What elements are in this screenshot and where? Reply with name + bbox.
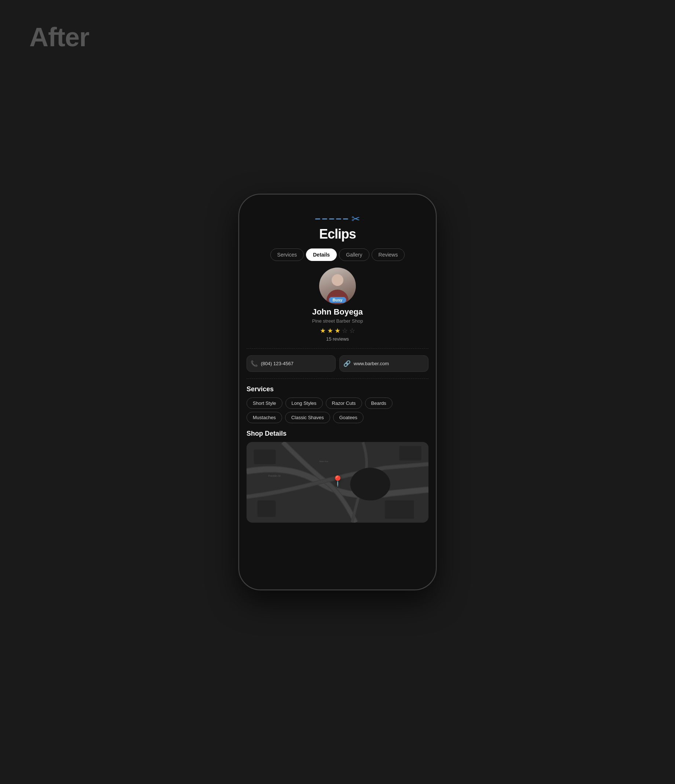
service-tag-mustaches[interactable]: Mustaches	[247, 412, 282, 423]
svg-point-5	[350, 468, 390, 500]
logo-dash-4	[336, 218, 341, 219]
svg-rect-3	[385, 501, 414, 519]
tab-services[interactable]: Services	[270, 249, 304, 261]
star-1: ★	[320, 327, 326, 335]
service-tag-razor-cuts[interactable]: Razor Cuts	[326, 398, 362, 409]
logo-dash-1	[315, 218, 320, 219]
phone-number: (804) 123-4567	[261, 361, 293, 366]
profile-name: John Boyega	[312, 307, 363, 317]
service-tag-classic-shaves[interactable]: Classic Shaves	[285, 412, 330, 423]
services-section: Services Short Style Long Styles Razor C…	[239, 386, 436, 430]
side-button-power	[436, 279, 436, 316]
tab-gallery[interactable]: Gallery	[339, 249, 369, 261]
phone-frame: ✂ Eclips Services Details Gallery Review…	[239, 194, 436, 590]
svg-rect-1	[254, 450, 276, 464]
map-container[interactable]: Franklin St Main Ave 📍	[247, 442, 428, 523]
logo-dashes: ✂	[315, 213, 360, 225]
service-tag-short-style[interactable]: Short Style	[247, 398, 282, 409]
service-tag-long-styles[interactable]: Long Styles	[286, 398, 323, 409]
services-title: Services	[247, 386, 428, 393]
website-button[interactable]: 🔗 www.barber.com	[339, 355, 428, 372]
logo-area: ✂ Eclips	[239, 205, 436, 249]
svg-rect-4	[399, 446, 422, 460]
logo-scissors-icon: ✂	[351, 213, 360, 225]
stars-row: ★ ★ ★ ☆ ☆	[320, 327, 355, 335]
logo-dash-3	[329, 218, 334, 219]
profile-shop: Pine street Barber Shop	[312, 318, 363, 324]
service-tags: Short Style Long Styles Razor Cuts Beard…	[247, 398, 428, 423]
phone-icon: 📞	[251, 360, 258, 367]
side-button-mute	[239, 253, 239, 268]
logo-dash-2	[322, 218, 327, 219]
divider-2	[247, 378, 428, 379]
svg-text:Main Ave: Main Ave	[319, 460, 328, 462]
service-tag-goatees[interactable]: Goatees	[333, 412, 363, 423]
shop-details-title: Shop Details	[247, 430, 428, 437]
side-button-vol-up	[239, 275, 239, 301]
logo-name-text: Eclips	[319, 227, 356, 241]
map-pin: 📍	[331, 475, 344, 487]
service-tag-beards[interactable]: Beards	[365, 398, 393, 409]
shop-details-section: Shop Details	[239, 430, 436, 530]
tab-details[interactable]: Details	[306, 249, 337, 261]
phone-frame-wrapper: ✂ Eclips Services Details Gallery Review…	[235, 194, 440, 590]
status-badge: Busy	[329, 297, 346, 303]
link-icon: 🔗	[343, 360, 351, 367]
reviews-count: 15 reviews	[326, 336, 349, 342]
svg-rect-2	[258, 501, 276, 517]
divider-1	[247, 348, 428, 349]
star-2: ★	[327, 327, 333, 335]
logo-text: Eclips	[319, 227, 356, 242]
profile-section: Busy John Boyega Pine street Barber Shop…	[239, 268, 436, 348]
page-label: After	[29, 22, 89, 52]
contact-row: 📞 (804) 123-4567 🔗 www.barber.com	[239, 355, 436, 378]
avatar-wrapper: Busy	[319, 268, 356, 304]
star-4: ☆	[342, 327, 348, 335]
tabs-row: Services Details Gallery Reviews	[239, 249, 436, 268]
website-url: www.barber.com	[354, 361, 389, 366]
phone-button[interactable]: 📞 (804) 123-4567	[247, 355, 336, 372]
phone-content: ✂ Eclips Services Details Gallery Review…	[239, 194, 436, 590]
star-5: ☆	[349, 327, 355, 335]
star-3: ★	[335, 327, 340, 335]
svg-text:Franklin St: Franklin St	[268, 474, 281, 477]
side-button-vol-down	[239, 306, 239, 332]
logo-dash-5	[343, 218, 348, 219]
tab-reviews[interactable]: Reviews	[372, 249, 405, 261]
